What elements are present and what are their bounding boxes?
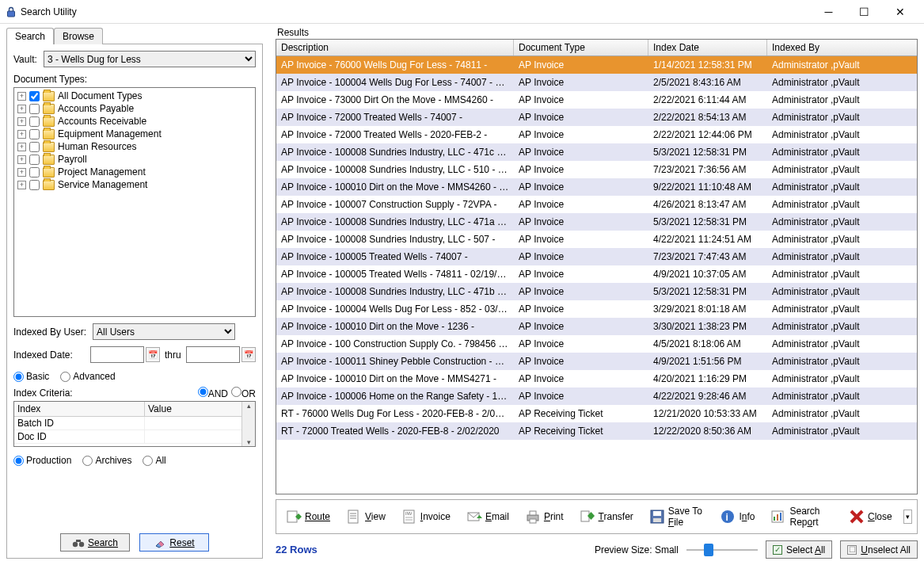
doctype-item[interactable]: + Equipment Management [16,128,253,140]
date-from-input[interactable] [90,346,144,363]
indexed-by-select[interactable]: All Users [93,323,235,340]
toolbar-overflow-button[interactable]: ▾ [903,510,912,524]
doctypes-tree[interactable]: + All Document Types+ Accounts Payable+ … [13,87,256,317]
cell-description: AP Invoice - 73000 Dirt On the Move - MM… [276,94,514,105]
doctype-item[interactable]: + Payroll [16,153,253,166]
doctype-checkbox[interactable] [29,129,40,139]
results-row[interactable]: AP Invoice - 100008 Sundries Industry, L… [276,283,917,300]
results-row[interactable]: RT - 72000 Treated Wells - 2020-FEB-8 - … [276,422,917,440]
doctype-item[interactable]: + Project Management [16,166,253,178]
doctype-checkbox[interactable] [29,104,40,114]
criteria-index-cell: Batch ID [14,417,145,429]
invoice-button[interactable]: INVInvoice [397,506,455,527]
col-index-date[interactable]: Index Date [648,40,767,55]
doctype-item[interactable]: + Accounts Payable [16,102,253,115]
scope-production-radio[interactable]: Production [13,455,71,466]
doctype-checkbox[interactable] [29,91,40,101]
results-row[interactable]: AP Invoice - 100008 Sundries Industry, L… [276,213,917,231]
expand-icon[interactable]: + [17,117,26,126]
results-row[interactable]: AP Invoice - 73000 Dirt On the Move - MM… [276,91,917,109]
vault-select[interactable]: 3 - Wells Dug for Less [44,51,256,67]
results-row[interactable]: AP Invoice - 100010 Dirt on the Move - 1… [276,318,917,335]
tab-search[interactable]: Search [6,28,54,44]
preview-size-slider[interactable] [686,543,758,557]
expand-icon[interactable]: + [17,105,26,113]
cell-description: AP Invoice - 100010 Dirt on the Move - 1… [276,321,514,332]
expand-icon[interactable]: + [17,168,26,177]
date-from-picker-button[interactable]: 📅 [146,347,160,362]
results-row[interactable]: AP Invoice - 100004 Wells Dug For Less -… [276,300,917,318]
criteria-value-cell[interactable] [145,430,241,443]
close-window-button[interactable]: ✕ [882,1,918,23]
transfer-button[interactable]: Transfer [575,506,638,527]
results-row[interactable]: AP Invoice - 100008 Sundries Industry, L… [276,143,917,161]
expand-icon[interactable]: + [17,92,26,101]
svg-rect-0 [8,11,15,17]
criteria-value-cell[interactable] [145,417,241,429]
results-row[interactable]: AP Invoice - 100008 Sundries Industry, L… [276,231,917,248]
mode-advanced-radio[interactable]: Advanced [60,371,115,382]
mode-basic-radio[interactable]: Basic [13,371,49,382]
search-button[interactable]: Search [60,533,130,552]
cell-type: AP Invoice [514,147,648,158]
select-all-button[interactable]: ✓Select All [766,540,832,559]
doctype-item[interactable]: + Service Management [16,178,253,191]
search-report-button[interactable]: Search Report [766,503,838,530]
results-row[interactable]: AP Invoice - 100010 Dirt on the Move - M… [276,178,917,196]
email-button[interactable]: Email [462,506,514,527]
results-row[interactable]: AP Invoice - 100005 Treated Wells - 7481… [276,265,917,283]
view-button[interactable]: View [341,506,390,527]
unselect-all-button[interactable]: ☐Unselect All [840,540,918,559]
doctype-item[interactable]: + All Document Types [16,90,253,102]
expand-icon[interactable]: + [17,130,26,139]
results-row[interactable]: AP Invoice - 100007 Construction Supply … [276,196,917,213]
criteria-scrollbar[interactable]: ▴▾ [241,402,255,446]
expand-icon[interactable]: + [17,181,26,189]
results-row[interactable]: AP Invoice - 100011 Shiney Pebble Constr… [276,353,917,370]
criteria-row[interactable]: Doc ID [14,430,241,444]
cell-date: 2/22/2021 12:44:06 PM [648,129,767,140]
doctype-checkbox[interactable] [29,142,40,152]
scope-all-radio[interactable]: All [143,455,165,466]
results-row[interactable]: AP Invoice - 72000 Treated Wells - 74007… [276,109,917,126]
expand-icon[interactable]: + [17,155,26,164]
results-header[interactable]: Description Document Type Index Date Ind… [276,40,917,56]
info-button[interactable]: iInfo [715,506,759,527]
criteria-and-radio[interactable]: AND [198,387,228,399]
date-to-picker-button[interactable]: 📅 [241,347,256,362]
doctype-item[interactable]: + Accounts Receivable [16,115,253,128]
results-row[interactable]: AP Invoice - 100 Construction Supply Co.… [276,335,917,353]
expand-icon[interactable]: + [17,143,26,151]
col-indexed-by[interactable]: Indexed By [767,40,917,55]
results-row[interactable]: AP Invoice - 100010 Dirt on the Move - M… [276,370,917,387]
criteria-or-radio[interactable]: OR [231,387,256,399]
reset-button[interactable]: Reset [139,533,209,552]
doctype-checkbox[interactable] [29,167,40,178]
doctype-checkbox[interactable] [29,180,40,190]
maximize-button[interactable]: ☐ [846,1,882,23]
tab-browse[interactable]: Browse [54,28,103,44]
criteria-table[interactable]: Index Value Batch IDDoc ID ▴▾ [13,401,256,447]
scope-archives-radio[interactable]: Archives [82,455,131,466]
doctype-item[interactable]: + Human Resources [16,140,253,153]
close-button[interactable]: Close [844,506,897,527]
results-row[interactable]: AP Invoice - 76000 Wells Dug For Less - … [276,56,917,74]
doctype-checkbox[interactable] [29,116,40,127]
results-row[interactable]: AP Invoice - 100004 Wells Dug For Less -… [276,74,917,91]
col-document-type[interactable]: Document Type [514,40,648,55]
print-button[interactable]: Print [520,506,568,527]
criteria-row[interactable]: Batch ID [14,417,241,430]
results-row[interactable]: AP Invoice - 100006 Home on the Range Sa… [276,387,917,405]
results-row[interactable]: RT - 76000 Wells Dug For Less - 2020-FEB… [276,405,917,422]
results-row[interactable]: AP Invoice - 72000 Treated Wells - 2020-… [276,126,917,143]
col-description[interactable]: Description [276,40,514,55]
doctype-checkbox[interactable] [29,155,40,165]
minimize-button[interactable]: ─ [811,1,846,23]
results-row[interactable]: AP Invoice - 100008 Sundries Industry, L… [276,161,917,178]
cell-by: Administrator ,pVault [767,408,917,419]
date-to-input[interactable] [186,346,240,363]
save-to-file-button[interactable]: Save To File [645,503,709,530]
route-button[interactable]: Route [281,506,335,527]
results-row[interactable]: AP Invoice - 100005 Treated Wells - 7400… [276,248,917,265]
vault-label: Vault: [13,54,44,65]
